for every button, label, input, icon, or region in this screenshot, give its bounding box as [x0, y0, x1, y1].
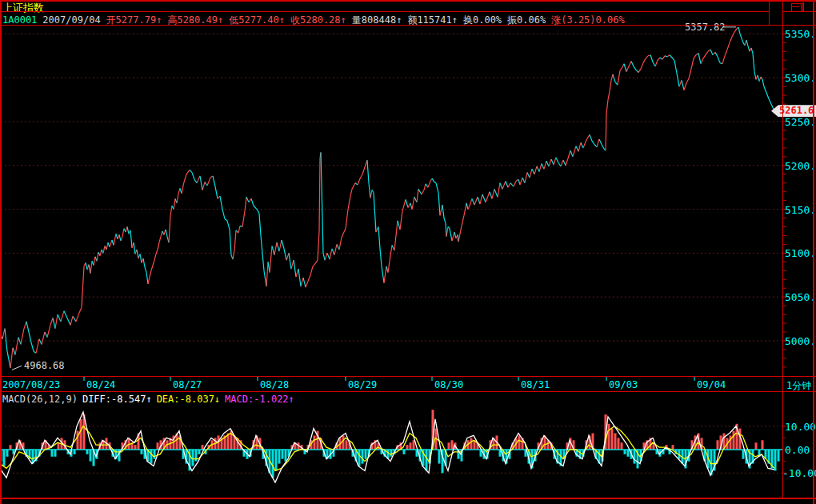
- macd-token: DIFF:-8.547↑: [82, 394, 152, 405]
- frame-line: [0, 0, 816, 2]
- date-label: 09/04: [697, 379, 726, 390]
- date-label: 08/24: [86, 379, 115, 390]
- macd-axis-label: 10.00: [785, 421, 816, 433]
- y-axis-label: 5250.0: [785, 116, 816, 128]
- high-price-label: 5357.82: [685, 22, 726, 33]
- date-label: 08/28: [260, 379, 289, 390]
- y-axis-label: 5200.0: [785, 160, 816, 172]
- macd-axis-label: -10.00: [782, 467, 814, 479]
- y-axis-label: 5150.0: [785, 204, 816, 216]
- macd-indicator-bar: MACD(26,12,9)DIFF:-8.547↑DEA:-8.037↓MACD…: [2, 394, 299, 405]
- info-token: 1A0001: [2, 14, 37, 26]
- info-token: 额115741↑: [407, 14, 458, 26]
- y-axis-label: 5000.0: [785, 335, 816, 347]
- info-token: 高5280.49↑: [167, 14, 223, 26]
- macd-axis-label: 0.00: [785, 444, 816, 456]
- info-token: 低5277.40↑: [229, 14, 285, 26]
- y-axis-label: 5300.0: [785, 72, 816, 84]
- low-price-label: 4968.68: [24, 360, 65, 371]
- price-and-macd-chart[interactable]: [0, 0, 816, 504]
- frame-line: [0, 25, 816, 26]
- info-token: 涨(3.25)0.06%: [551, 14, 624, 26]
- date-label: 08/30: [434, 379, 463, 390]
- macd-token: DEA:-8.037↓: [157, 394, 220, 405]
- macd-token: MACD:-1.022↑: [225, 394, 294, 405]
- info-token: 振0.06%: [507, 14, 546, 26]
- y-axis-label: 5100.0: [785, 247, 816, 259]
- frame-line: [0, 498, 816, 499]
- date-label: 08/29: [348, 379, 377, 390]
- info-token: 收5280.28↑: [290, 14, 346, 26]
- frame-line: [0, 391, 816, 392]
- info-token: 量808448↑: [352, 14, 402, 26]
- frame-line: [0, 0, 2, 504]
- frame-line: [782, 11, 816, 12]
- y-axis-label: 5350.0: [785, 28, 816, 40]
- frame-line: [813, 0, 814, 504]
- trading-app-window: 上证指数 1A00012007/09/04开5277.79↑高5280.49↑低…: [0, 0, 816, 504]
- info-token: 开5277.79↑: [106, 14, 162, 26]
- date-label: 08/27: [173, 379, 202, 390]
- frame-line: [769, 0, 770, 25]
- date-label: 2007/08/23: [2, 379, 60, 390]
- macd-token: MACD(26,12,9): [2, 394, 78, 405]
- frame-line: [0, 376, 816, 377]
- window-icon-divider: [792, 6, 799, 7]
- info-token: 2007/09/04: [42, 14, 100, 26]
- y-axis-label: 5050.0: [785, 291, 816, 303]
- date-label: 09/03: [609, 379, 638, 390]
- frame-line: [0, 11, 769, 12]
- info-token: 换0.00%: [463, 14, 502, 26]
- frame-line: [782, 0, 783, 498]
- date-label: 08/31: [521, 379, 550, 390]
